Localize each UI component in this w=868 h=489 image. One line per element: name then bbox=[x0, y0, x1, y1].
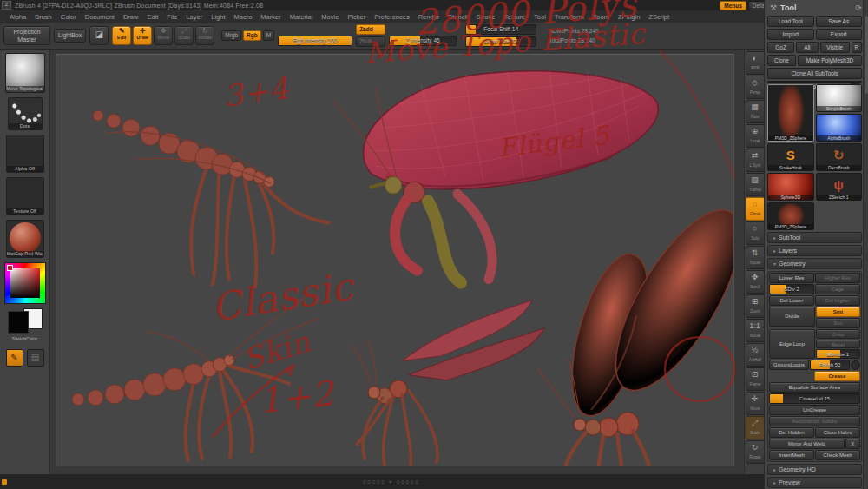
tool-thumb-pm3dzsphere[interactable]: PM3D_ZSphere bbox=[767, 84, 814, 142]
menus-button[interactable]: Menus bbox=[720, 1, 746, 10]
menu-macro[interactable]: Macro bbox=[229, 11, 256, 22]
stroke-picker[interactable]: Dots bbox=[8, 97, 43, 130]
del-higher-button[interactable]: Del Higher bbox=[815, 295, 860, 306]
color-sv-square[interactable] bbox=[10, 268, 40, 298]
document-area[interactable] bbox=[56, 54, 734, 466]
menu-picker[interactable]: Picker bbox=[343, 11, 370, 22]
suv-button[interactable]: Suv bbox=[816, 318, 860, 328]
r-button[interactable]: R bbox=[852, 42, 862, 53]
crease-button[interactable]: Crease bbox=[814, 371, 860, 381]
menu-edit[interactable]: Edit bbox=[142, 11, 162, 22]
right-shelf-xpose[interactable]: ⇅Xpose bbox=[746, 246, 765, 269]
x-button[interactable]: X bbox=[845, 439, 860, 449]
menu-draw[interactable]: Draw bbox=[119, 11, 143, 22]
menu-light[interactable]: Light bbox=[207, 11, 229, 22]
material-picker[interactable]: MatCap Red Wax bbox=[6, 220, 44, 258]
insertmesh-button[interactable]: InsertMesh bbox=[769, 450, 814, 460]
zadd-toggle[interactable]: Zadd bbox=[356, 24, 385, 35]
right-shelf-scale[interactable]: ⤢Scale bbox=[746, 416, 765, 439]
right-shelf-rotate[interactable]: ↻Rotate bbox=[746, 440, 765, 464]
crisp-button[interactable]: Crisp bbox=[816, 329, 860, 339]
right-shelf-actual[interactable]: 1:1Actual bbox=[746, 319, 765, 342]
tool-thumb-sphere3d[interactable]: Sphere3D bbox=[767, 173, 814, 201]
goz-button[interactable]: GoZ bbox=[767, 42, 794, 53]
menu-zscript[interactable]: ZScript bbox=[644, 11, 674, 22]
model-winged-insect-small[interactable] bbox=[352, 301, 544, 466]
close-holes-button[interactable]: Close Holes bbox=[815, 427, 860, 438]
rotate-mode-button[interactable]: ↻Rotate bbox=[195, 26, 214, 45]
tool-thumb-alphabrush[interactable]: AlphaBrush bbox=[816, 114, 863, 142]
draw-size-slider[interactable]: Draw Size 72 bbox=[465, 36, 536, 47]
section-layers[interactable]: ▸Layers bbox=[767, 245, 862, 256]
save-as-button[interactable]: Save As bbox=[816, 16, 863, 27]
menu-tool[interactable]: Tool bbox=[529, 11, 550, 22]
menu-layer[interactable]: Layer bbox=[181, 11, 207, 22]
del-lower-button[interactable]: Del Lower bbox=[769, 295, 814, 306]
tool-thumb-simplebrush[interactable]: SimpleBrush bbox=[816, 84, 863, 112]
alpha-picker[interactable]: Alpha Off bbox=[6, 135, 44, 173]
main-color-swatch[interactable] bbox=[8, 311, 29, 334]
refresh-icon[interactable]: ⟳ bbox=[855, 3, 862, 12]
model-stick-insect-1[interactable] bbox=[93, 110, 329, 287]
del-hidden-button[interactable]: Del Hidden bbox=[769, 427, 814, 438]
lower-res-button[interactable]: Lower Res bbox=[769, 273, 814, 283]
clone-button[interactable]: Clone bbox=[767, 55, 796, 66]
menu-material[interactable]: Material bbox=[286, 11, 318, 22]
right-shelf-local[interactable]: ⊕Local bbox=[746, 124, 765, 148]
right-shelf-aahalf[interactable]: ½AAHalf bbox=[746, 343, 765, 367]
right-shelf-frame[interactable]: ⊡Frame bbox=[746, 367, 765, 391]
polish-mode-toggle[interactable] bbox=[851, 360, 860, 370]
right-shelf-persp[interactable]: ◇Persp bbox=[746, 76, 765, 99]
z-intensity-slider[interactable]: Z Intensity 46 bbox=[389, 36, 457, 46]
right-shelf-transp[interactable]: ▧Transp bbox=[746, 173, 765, 196]
check-mesh-button[interactable]: Check Mesh bbox=[815, 450, 860, 460]
right-shelf-floor[interactable]: ▦Floor bbox=[746, 100, 765, 123]
doc-icon[interactable]: ▤ bbox=[27, 349, 44, 367]
rgb-intensity-slider[interactable]: Rgb Intensity 100 bbox=[278, 36, 352, 46]
higher-res-button[interactable]: Higher Res bbox=[815, 273, 860, 283]
edge-loop-button[interactable]: Edge Loop bbox=[769, 329, 815, 359]
clone-all-subtools-button[interactable]: Clone All SubTools bbox=[767, 68, 862, 79]
menu-texture[interactable]: Texture bbox=[499, 11, 529, 22]
tool-thumb-snakehook[interactable]: SSnakeHook bbox=[767, 143, 814, 171]
quicksketch-button[interactable]: ◪ bbox=[89, 26, 108, 45]
bevel-button[interactable]: Bevel bbox=[816, 340, 860, 349]
menu-alpha[interactable]: Alpha bbox=[5, 11, 30, 22]
focal-shift-slider[interactable]: Focal Shift 14 bbox=[465, 24, 536, 35]
model-stick-insect-2[interactable] bbox=[72, 297, 319, 460]
section-preview[interactable]: ▸Preview bbox=[767, 477, 862, 488]
zsub-toggle[interactable]: Zsub bbox=[356, 36, 385, 47]
tool-thumb-pm3dzsphere[interactable]: PM3D_ZSphere bbox=[767, 202, 814, 230]
menu-preferences[interactable]: Preferences bbox=[370, 11, 413, 22]
menu-color[interactable]: Color bbox=[56, 11, 81, 22]
right-shelf-scroll[interactable]: ✥Scroll bbox=[746, 270, 765, 294]
uncrease-button[interactable]: UnCrease bbox=[769, 405, 860, 415]
menu-transform[interactable]: Transform bbox=[550, 11, 589, 22]
right-shelf-solo[interactable]: ○Solo bbox=[746, 221, 765, 245]
move-mode-button[interactable]: ✥Move bbox=[154, 26, 173, 45]
draw-mode-button[interactable]: ✛Draw bbox=[133, 26, 152, 45]
load-tool-button[interactable]: Load Tool bbox=[767, 16, 814, 27]
scale-mode-button[interactable]: ⤢Scale bbox=[174, 26, 194, 45]
right-shelf-move[interactable]: ✛Move bbox=[746, 392, 765, 415]
model-winged-insect-top[interactable] bbox=[332, 70, 658, 283]
texture-picker[interactable]: Texture Off bbox=[6, 177, 44, 215]
menu-marker[interactable]: Marker bbox=[256, 11, 285, 22]
paintstop-icon[interactable]: ✎ bbox=[6, 349, 23, 367]
section-geometry[interactable]: ▾Geometry bbox=[767, 258, 862, 269]
lightbox-button[interactable]: LightBox bbox=[54, 29, 86, 43]
elevate-1-slider[interactable]: Elevate 1 bbox=[816, 349, 860, 359]
menu-render[interactable]: Render bbox=[414, 11, 444, 22]
tool-thumb-zsketch1[interactable]: ψZSketch 1 bbox=[816, 173, 863, 201]
color-picker[interactable] bbox=[4, 262, 46, 304]
brush-picker[interactable]: Move Topological bbox=[5, 53, 45, 93]
section-geometry-hd[interactable]: ▸Geometry HD bbox=[767, 464, 862, 475]
edit-mode-button[interactable]: ✎Edit bbox=[112, 26, 131, 45]
menu-zplugin[interactable]: ZPlugin bbox=[614, 11, 644, 22]
section-subtool[interactable]: ▸SubTool bbox=[767, 232, 862, 243]
creaselvl-15-slider[interactable]: CreaseLvl 15 bbox=[769, 393, 860, 404]
cage-button[interactable]: Cage bbox=[815, 284, 860, 294]
m-toggle[interactable]: M bbox=[263, 30, 274, 41]
right-shelf-bpr[interactable]: ◐BPR bbox=[746, 51, 765, 75]
tool-thumb-decobrush[interactable]: ↻DecoBrush bbox=[816, 143, 863, 171]
